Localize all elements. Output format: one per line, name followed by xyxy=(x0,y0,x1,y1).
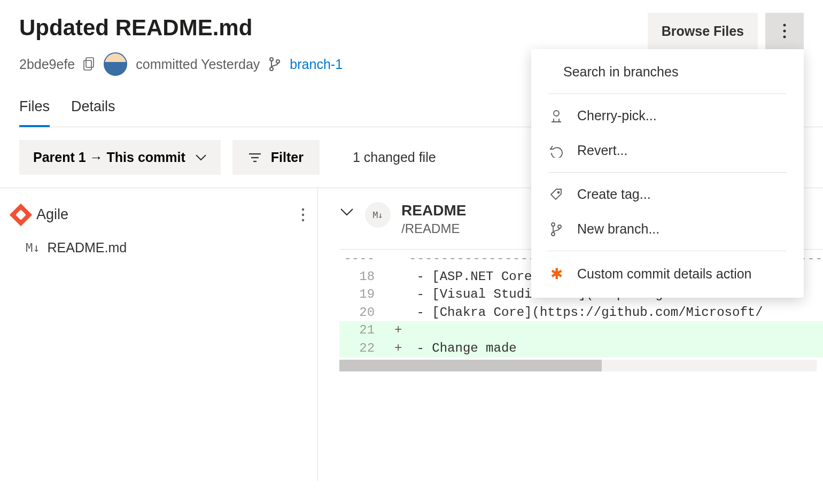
tree-file-label: README.md xyxy=(48,240,127,255)
svg-point-0 xyxy=(783,24,786,27)
svg-point-14 xyxy=(554,111,559,116)
diff-code: - Change made xyxy=(409,339,823,358)
diff-line: 20 - [Chakra Core](https://github.com/Mi… xyxy=(339,304,823,322)
git-repo-icon xyxy=(10,203,32,226)
branch-link[interactable]: branch-1 xyxy=(290,57,343,72)
menu-label: Cherry-pick... xyxy=(577,108,657,123)
line-number: 20 xyxy=(339,304,387,322)
line-number: 18 xyxy=(339,268,387,286)
more-actions-button[interactable] xyxy=(765,13,804,49)
tab-files[interactable]: Files xyxy=(19,98,50,127)
svg-rect-4 xyxy=(84,60,91,70)
browse-files-button[interactable]: Browse Files xyxy=(648,13,758,49)
menu-label: New branch... xyxy=(577,221,659,237)
menu-separator xyxy=(548,94,787,94)
svg-point-13 xyxy=(302,219,304,221)
menu-separator xyxy=(548,251,787,251)
menu-label: Revert... xyxy=(577,143,627,158)
svg-point-11 xyxy=(302,208,304,210)
compare-dropdown-label: Parent 1 → This commit xyxy=(33,150,185,165)
svg-point-6 xyxy=(270,67,273,71)
diff-marker xyxy=(387,285,409,304)
menu-separator xyxy=(548,172,787,173)
diff-line: 21+ xyxy=(339,321,823,339)
revert-icon xyxy=(548,144,564,158)
diff-marker xyxy=(387,304,409,322)
line-number: 19 xyxy=(339,285,387,304)
diff-marker xyxy=(387,268,409,286)
branch-icon xyxy=(268,57,281,72)
svg-point-7 xyxy=(276,60,279,63)
line-number: 21 xyxy=(339,321,387,339)
diff-file-title: README xyxy=(401,202,466,219)
file-tree: Agile M↓ README.md xyxy=(0,188,318,481)
more-vertical-icon[interactable] xyxy=(301,208,305,222)
filter-icon xyxy=(249,153,261,162)
svg-point-5 xyxy=(270,58,273,61)
svg-rect-3 xyxy=(86,58,94,67)
tree-root-label: Agile xyxy=(36,206,68,223)
menu-new-branch[interactable]: New branch... xyxy=(531,212,804,246)
chevron-down-icon[interactable] xyxy=(339,207,354,217)
tree-root-row[interactable]: Agile xyxy=(7,202,310,227)
tag-icon xyxy=(548,188,564,201)
diff-code xyxy=(409,321,823,339)
svg-point-1 xyxy=(783,30,786,33)
avatar xyxy=(104,52,127,76)
svg-point-2 xyxy=(783,36,786,38)
commit-hash: 2bde9efe xyxy=(19,57,75,72)
markdown-file-icon: M↓ xyxy=(365,202,391,228)
tab-details[interactable]: Details xyxy=(71,98,115,127)
star-icon: ✱ xyxy=(548,265,564,283)
svg-point-17 xyxy=(552,232,555,236)
menu-label: Custom commit details action xyxy=(577,266,752,282)
filter-button[interactable]: Filter xyxy=(232,140,320,175)
committed-text: committed Yesterday xyxy=(136,57,260,72)
copy-icon[interactable] xyxy=(83,57,95,71)
hunk-left: ---- xyxy=(339,250,387,268)
chevron-down-icon xyxy=(195,154,207,161)
menu-cherry-pick[interactable]: Cherry-pick... xyxy=(531,98,804,133)
svg-point-18 xyxy=(558,225,561,228)
line-number: 22 xyxy=(339,339,387,358)
menu-search-branches[interactable]: Search in branches xyxy=(531,55,804,89)
menu-custom-action[interactable]: ✱ Custom commit details action xyxy=(531,255,804,292)
filter-label: Filter xyxy=(271,150,304,165)
svg-point-16 xyxy=(552,223,555,226)
markdown-file-icon: M↓ xyxy=(26,241,40,254)
cherry-pick-icon xyxy=(548,109,564,123)
diff-marker: + xyxy=(387,339,409,358)
actions-menu: Search in branches Cherry-pick... Revert… xyxy=(531,49,804,298)
branch-icon xyxy=(548,222,564,237)
compare-dropdown[interactable]: Parent 1 → This commit xyxy=(19,140,221,175)
menu-create-tag[interactable]: Create tag... xyxy=(531,177,804,212)
diff-line: 22+ - Change made xyxy=(339,339,823,358)
diff-file-path: /README xyxy=(401,221,466,236)
diff-marker: + xyxy=(387,321,409,339)
tree-file-item[interactable]: M↓ README.md xyxy=(7,227,310,261)
horizontal-scrollbar[interactable] xyxy=(339,360,817,371)
more-vertical-icon xyxy=(783,24,786,38)
svg-point-15 xyxy=(558,191,560,193)
menu-revert[interactable]: Revert... xyxy=(531,133,804,168)
changed-files-text: 1 changed file xyxy=(353,150,436,165)
menu-label: Create tag... xyxy=(577,187,651,202)
diff-code: - [Chakra Core](https://github.com/Micro… xyxy=(409,304,823,322)
svg-point-12 xyxy=(302,213,304,215)
menu-label: Search in branches xyxy=(563,64,678,80)
